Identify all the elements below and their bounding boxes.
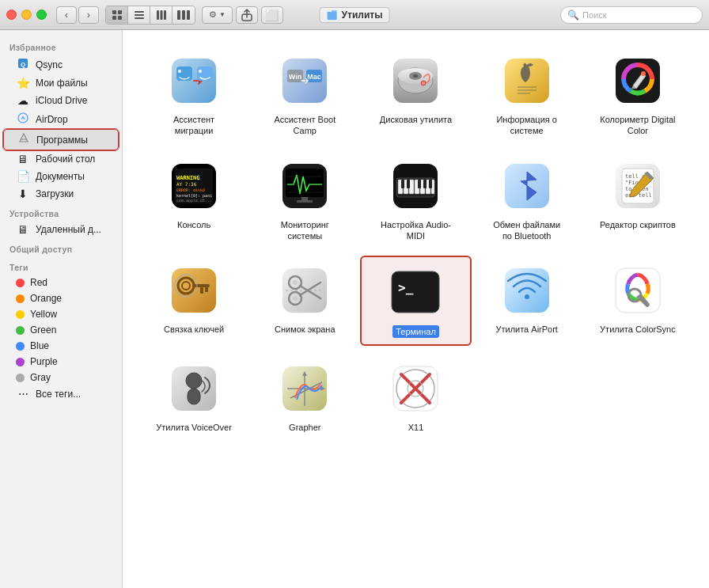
main-area: Избранное Q Qsync ⭐ Мои файлы ☁ iCloud D… [0, 30, 709, 588]
app-sysinfo[interactable]: Информация о системе [472, 46, 582, 143]
svg-point-33 [421, 81, 426, 85]
red-dot [16, 279, 25, 287]
diskutil-label: Дисковая утилита [380, 114, 452, 125]
svg-text:Q: Q [21, 61, 25, 68]
app-voiceover[interactable]: Утилита VoiceOver [138, 354, 249, 439]
voiceover-icon [169, 363, 219, 414]
grapher-icon [279, 363, 330, 414]
svg-point-94 [525, 294, 529, 299]
sidebar-item-purple[interactable]: Purple [3, 354, 119, 370]
app-bluetooth[interactable]: Обмен файлами по Bluetooth [472, 151, 582, 248]
sidebar-item-qsync[interactable]: Q Qsync [3, 55, 119, 74]
grapher-icon-wrap [276, 360, 333, 417]
scripteditor-label: Редактор скриптов [600, 219, 676, 230]
sidebar-item-programs[interactable]: Программы [3, 129, 119, 150]
svg-text:>_: >_ [398, 280, 414, 295]
app-diskutil[interactable]: Дисковая утилита [360, 46, 471, 143]
sidebar-item-yellow[interactable]: Yellow [3, 306, 119, 322]
list-view-button[interactable] [128, 6, 150, 24]
svg-rect-12 [187, 10, 190, 20]
sidebar-devices-header: Устройства [0, 203, 122, 221]
fullscreen-button[interactable]: ⬜ [261, 6, 283, 24]
column-view-button[interactable] [150, 6, 173, 24]
sidebar-item-orange[interactable]: Orange [3, 290, 119, 306]
forward-button[interactable]: › [78, 6, 99, 24]
svg-rect-66 [418, 180, 421, 188]
sidebar: Избранное Q Qsync ⭐ Мои файлы ☁ iCloud D… [0, 30, 123, 588]
icloud-icon: ☁ [16, 94, 30, 107]
search-icon: 🔍 [567, 9, 579, 21]
sidebar-item-gray[interactable]: Gray [3, 370, 119, 385]
app-migration[interactable]: Ассистент миграции [138, 46, 249, 143]
sidebar-item-alltags[interactable]: ⋯ Все теги... [3, 385, 119, 402]
actmonitor-icon-wrap [276, 157, 333, 214]
sidebar-item-airdrop[interactable]: AirDrop [3, 109, 119, 129]
documents-icon: 📄 [16, 170, 30, 183]
audiomidi-icon [390, 161, 441, 211]
svg-point-20 [178, 70, 181, 73]
sidebar-item-label: Green [30, 324, 56, 336]
app-screenshot[interactable]: Снимок экрана [249, 256, 360, 346]
scripteditor-icon-wrap: tell app "Finder" to open end tell [609, 157, 666, 214]
migration-icon-wrap [165, 52, 222, 109]
app-terminal[interactable]: >_ Терминал [360, 256, 471, 346]
colorimeter-label: Колориметр Digital Color [598, 114, 677, 137]
app-colorsync[interactable]: Утилита ColorSync [582, 256, 693, 346]
sidebar-item-label: Удаленный д... [36, 224, 101, 235]
sysinfo-icon [502, 55, 552, 106]
sidebar-item-green[interactable]: Green [3, 322, 119, 338]
app-x11[interactable]: X11 [360, 354, 471, 439]
svg-rect-64 [401, 180, 404, 188]
view-buttons [105, 6, 195, 25]
app-actmonitor[interactable]: Мониторинг системы [249, 151, 360, 248]
svg-rect-10 [177, 10, 180, 20]
console-icon: WARNING AY 7:36 ERROR: disk0 kernel[0]: … [169, 161, 219, 211]
bootcamp-label: Ассистент Boot Camp [265, 114, 344, 137]
search-bar[interactable]: 🔍 Поиск [560, 6, 703, 24]
app-keychain[interactable]: Связка ключей [138, 256, 249, 346]
app-audiomidi[interactable]: Настройка Audio-MIDI [360, 151, 471, 248]
app-scripteditor[interactable]: tell app "Finder" to open end tell Редак… [582, 151, 693, 248]
app-grid: Ассистент миграции Win Mac Ассистент Boo… [138, 46, 693, 440]
sysinfo-label: Информация о системе [487, 114, 567, 137]
app-console[interactable]: WARNING AY 7:36 ERROR: disk0 kernel[0]: … [138, 151, 249, 248]
traffic-lights [6, 9, 47, 20]
gallery-view-button[interactable] [173, 6, 195, 24]
icon-view-button[interactable] [106, 6, 128, 24]
sidebar-item-label: Мои файлы [36, 78, 88, 89]
svg-text:WARNING: WARNING [176, 175, 200, 181]
app-bootcamp[interactable]: Win Mac Ассистент Boot Camp [249, 46, 360, 143]
svg-rect-4 [135, 11, 144, 13]
sidebar-item-label: Yellow [30, 309, 57, 320]
sidebar-sharing-header: Общий доступ [0, 238, 122, 256]
sidebar-item-red[interactable]: Red [3, 275, 119, 290]
action-button[interactable]: ⚙ ▼ [202, 6, 233, 24]
sidebar-item-remote[interactable]: 🖥 Удаленный д... [3, 221, 119, 238]
back-button[interactable]: ‹ [56, 6, 77, 24]
airport-label: Утилита AirPort [495, 324, 557, 335]
svg-point-100 [186, 373, 202, 389]
svg-rect-7 [157, 10, 159, 20]
desktop-icon: 🖥 [16, 153, 30, 165]
sidebar-item-downloads[interactable]: ⬇ Загрузки [3, 185, 119, 203]
bluetooth-icon [502, 161, 552, 211]
svg-rect-68 [429, 180, 432, 188]
sidebar-item-desktop[interactable]: 🖥 Рабочий стол [3, 150, 119, 168]
minimize-button[interactable] [21, 9, 32, 20]
bluetooth-icon-wrap [499, 157, 555, 214]
sidebar-item-icloud[interactable]: ☁ iCloud Drive [3, 92, 119, 109]
app-colorimeter[interactable]: Колориметр Digital Color [582, 46, 693, 143]
app-airport[interactable]: Утилита AirPort [472, 256, 582, 346]
svg-text:Win: Win [289, 73, 301, 81]
maximize-button[interactable] [36, 9, 47, 20]
app-grapher[interactable]: Grapher [249, 354, 360, 439]
airport-icon [502, 265, 552, 316]
sidebar-item-documents[interactable]: 📄 Документы [3, 168, 119, 185]
sidebar-item-blue[interactable]: Blue [3, 338, 119, 354]
window-title: Утилиты [320, 7, 390, 23]
close-button[interactable] [6, 9, 17, 20]
sidebar-item-myfiles[interactable]: ⭐ Мои файлы [3, 74, 119, 92]
svg-point-86 [293, 280, 298, 285]
share-button[interactable] [236, 6, 258, 24]
sidebar-item-label: Orange [30, 293, 62, 304]
